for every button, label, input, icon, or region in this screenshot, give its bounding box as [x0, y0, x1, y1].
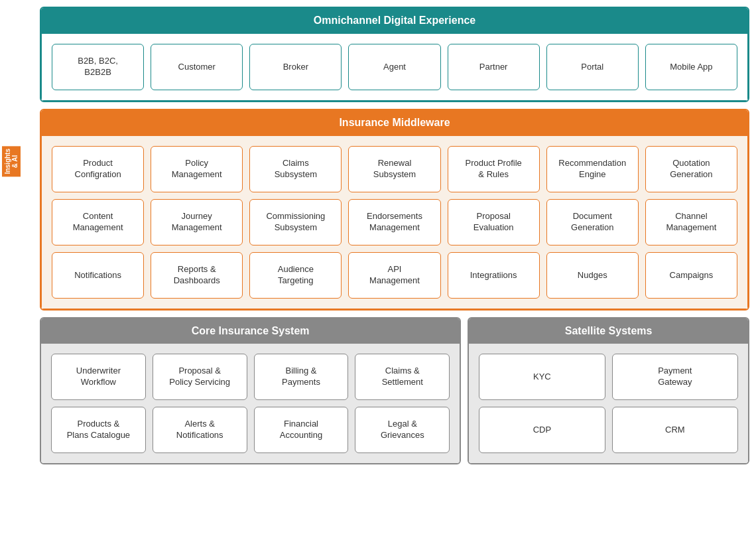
middleware-row-2: ContentManagement JourneyManagement Comm…: [52, 199, 737, 245]
mw-recommendation-engine[interactable]: RecommendationEngine: [546, 146, 639, 192]
omnichannel-section: Omnichannel Digital Experience B2B, B2C,…: [40, 7, 749, 102]
mw-integrations[interactable]: Integratiions: [448, 252, 540, 299]
core-claims-settlement[interactable]: Claims &Settlement: [355, 354, 450, 400]
side-label: Insights & AI: [2, 146, 21, 176]
mw-nudges[interactable]: Nudges: [546, 252, 639, 299]
mw-quotation-gen[interactable]: QuotationGeneration: [645, 146, 737, 192]
mw-product-profile[interactable]: Product Profile& Rules: [448, 146, 540, 192]
core-row-2: Products &Plans Catalogue Alerts &Notifi…: [51, 407, 450, 453]
core-underwriter[interactable]: UnderwriterWorkflow: [51, 354, 146, 400]
mw-campaigns[interactable]: Campaigns: [645, 252, 737, 299]
bottom-row: Core Insurance System UnderwriterWorkflo…: [40, 317, 749, 464]
core-billing-payments[interactable]: Billing &Payments: [254, 354, 349, 400]
mw-audience-targeting[interactable]: AudienceTargeting: [249, 252, 342, 299]
omnichannel-card-agent[interactable]: Agent: [348, 44, 440, 90]
mw-channel-mgmt[interactable]: ChannelManagement: [645, 199, 737, 245]
mw-claims-subsystem[interactable]: ClaimsSubsystem: [249, 146, 342, 192]
core-financial-accounting[interactable]: FinancialAccounting: [254, 407, 349, 453]
middleware-row-1: ProductConfigration PolicyManagement Cla…: [52, 146, 737, 192]
satellite-payment-gateway[interactable]: PaymentGateway: [612, 354, 738, 400]
side-bracket-container: Insights & AI: [5, 146, 17, 165]
omnichannel-card-broker[interactable]: Broker: [249, 44, 342, 90]
mw-document-gen[interactable]: DocumentGeneration: [546, 199, 639, 245]
mw-journey-mgmt[interactable]: JourneyManagement: [151, 199, 243, 245]
middleware-row-3: Notifications Reports &Dashboards Audien…: [52, 252, 737, 299]
mw-product-config[interactable]: ProductConfigration: [52, 146, 144, 192]
omnichannel-card-b2b[interactable]: B2B, B2C,B2B2B: [52, 44, 144, 90]
core-section: Core Insurance System UnderwriterWorkflo…: [40, 317, 461, 464]
middleware-title: Insurance Middleware: [41, 110, 748, 135]
omnichannel-card-portal[interactable]: Portal: [546, 44, 639, 90]
core-products-plans[interactable]: Products &Plans Catalogue: [51, 407, 146, 453]
omnichannel-card-partner[interactable]: Partner: [448, 44, 540, 90]
mw-api-mgmt[interactable]: APIManagement: [348, 252, 440, 299]
core-proposal-policy[interactable]: Proposal &Policy Servicing: [153, 354, 247, 400]
satellite-body: KYC PaymentGateway CDP CRM: [469, 344, 748, 463]
satellite-title: Satellite Systems: [469, 318, 748, 344]
satellite-cdp[interactable]: CDP: [479, 407, 605, 453]
middleware-body: ProductConfigration PolicyManagement Cla…: [41, 135, 748, 309]
satellite-row-1: KYC PaymentGateway: [479, 354, 738, 400]
mw-policy-mgmt[interactable]: PolicyManagement: [151, 146, 243, 192]
satellite-kyc[interactable]: KYC: [479, 354, 605, 400]
mw-commissioning-subsystem[interactable]: CommissioningSubsystem: [249, 199, 342, 245]
core-alerts-notifications[interactable]: Alerts &Notifications: [153, 407, 247, 453]
omnichannel-title: Omnichannel Digital Experience: [41, 8, 748, 33]
core-title: Core Insurance System: [41, 318, 460, 344]
mw-content-mgmt[interactable]: ContentManagement: [52, 199, 144, 245]
mw-reports-dashboards[interactable]: Reports &Dashboards: [151, 252, 243, 299]
mw-proposal-evaluation[interactable]: ProposalEvaluation: [448, 199, 540, 245]
mw-notifications[interactable]: Notifications: [52, 252, 144, 299]
main-layout: Omnichannel Digital Experience B2B, B2C,…: [40, 7, 749, 464]
satellite-section: Satellite Systems KYC PaymentGateway CDP…: [468, 317, 749, 464]
core-row-1: UnderwriterWorkflow Proposal &Policy Ser…: [51, 354, 450, 400]
core-legal-grievances[interactable]: Legal &Grievances: [355, 407, 450, 453]
satellite-crm[interactable]: CRM: [612, 407, 738, 453]
omnichannel-card-customer[interactable]: Customer: [151, 44, 243, 90]
omnichannel-body: B2B, B2C,B2B2B Customer Broker Agent Par…: [41, 33, 748, 101]
mw-endorsements-mgmt[interactable]: EndorsementsManagement: [348, 199, 440, 245]
omnichannel-row: B2B, B2C,B2B2B Customer Broker Agent Par…: [52, 44, 737, 90]
omnichannel-card-mobile[interactable]: Mobile App: [645, 44, 737, 90]
middleware-section: Insurance Middleware ProductConfigration…: [40, 109, 749, 311]
satellite-row-2: CDP CRM: [479, 407, 738, 453]
mw-renewal-subsystem[interactable]: RenewalSubsystem: [348, 146, 440, 192]
core-body: UnderwriterWorkflow Proposal &Policy Ser…: [41, 344, 460, 463]
